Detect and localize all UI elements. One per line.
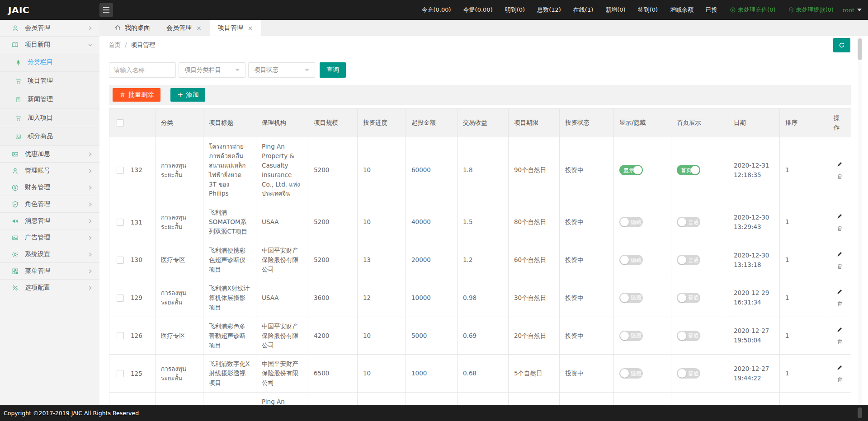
edit-icon[interactable] — [834, 326, 845, 333]
sidebar-item-加入项目[interactable]: 加入项目 — [0, 109, 99, 127]
sidebar-item-label: 系统设置 — [25, 250, 50, 258]
sidebar-item-消息管理[interactable]: 消息管理 — [0, 213, 99, 229]
plus-icon: + — [177, 91, 183, 98]
cell-progress: 10 — [358, 137, 406, 203]
batch-delete-button[interactable]: 批量删除 — [113, 88, 160, 102]
sidebar-item-选项配置[interactable]: 选项配置 — [0, 280, 99, 296]
cell-category: การลงทุนระยะสั้น — [156, 203, 203, 241]
refresh-button[interactable] — [833, 38, 850, 52]
show-hide-toggle[interactable]: 隐藏 — [619, 368, 643, 379]
sidebar: 会员管理 项目新闻 分类栏目 项目管理 新闻管理 加入项目 积分商品 优惠加息 — [0, 20, 99, 405]
row-checkbox[interactable] — [117, 167, 124, 174]
row-checkbox[interactable] — [117, 257, 124, 264]
cell-sort: 1 — [780, 279, 828, 317]
cell-profit: 0.98 — [458, 279, 509, 317]
cell-category: การลงทุนระยะสั้น — [156, 279, 203, 317]
sidebar-item-会员管理[interactable]: 会员管理 — [0, 20, 99, 37]
homepage-toggle[interactable]: 普通 — [677, 368, 700, 379]
cell-min-invest: 20000 — [406, 241, 458, 279]
column-header: 投资进度 — [358, 109, 406, 137]
show-hide-toggle[interactable]: 显示 — [619, 165, 643, 175]
select-all-checkbox[interactable] — [117, 119, 124, 126]
status-select[interactable]: 项目状态 — [248, 62, 315, 78]
show-hide-toggle[interactable]: 隐藏 — [619, 293, 643, 303]
cell-duration: 20个自然日 — [509, 317, 560, 355]
breadcrumb: 首页/项目管理 — [108, 41, 156, 49]
breadcrumb-current: 项目管理 — [131, 41, 156, 48]
homepage-toggle[interactable]: 普通 — [677, 331, 700, 341]
user-menu[interactable]: root — [843, 7, 868, 14]
column-header: 项目规模 — [308, 109, 358, 137]
tab-项目管理[interactable]: 项目管理 × — [210, 20, 261, 36]
delete-icon[interactable] — [834, 225, 845, 232]
table-row: 130 医疗专区 飞利浦便携彩色超声诊断仪项目 中国平安财产保险股份有限公司 5… — [109, 241, 851, 279]
cell-profit: 0.69 — [458, 317, 509, 355]
breadcrumb-home[interactable]: 首页 — [108, 41, 121, 48]
homepage-toggle[interactable]: 普通 — [677, 255, 700, 265]
category-select[interactable]: 项目分类栏目 — [179, 62, 245, 78]
search-button[interactable]: 查询 — [320, 62, 346, 78]
delete-icon[interactable] — [834, 173, 845, 180]
cell-category: 医疗专区 — [156, 241, 203, 279]
name-search-input[interactable] — [109, 62, 176, 78]
row-checkbox[interactable] — [117, 332, 124, 339]
sidebar-item-label: 分类栏目 — [28, 58, 53, 66]
row-checkbox[interactable] — [117, 295, 124, 302]
row-checkbox[interactable] — [117, 370, 124, 377]
refresh-icon — [838, 42, 845, 49]
show-hide-toggle[interactable]: 隐藏 — [619, 255, 643, 265]
cart-icon — [15, 115, 22, 122]
sidebar-item-优惠加息[interactable]: 优惠加息 — [0, 146, 99, 163]
cell-date: 2020-12-30 13:29:43 — [728, 203, 780, 241]
tab-我的桌面[interactable]: 我的桌面 × — [106, 20, 158, 36]
edit-icon[interactable] — [834, 364, 845, 371]
homepage-toggle[interactable]: 首页 — [677, 165, 700, 175]
edit-icon[interactable] — [834, 161, 845, 168]
sidebar-item-广告管理[interactable]: 广告管理 — [0, 229, 99, 246]
sidebar-item-label: 积分商品 — [28, 132, 53, 140]
cell-agency: Ping An Property & Casualty Insurance Co… — [256, 393, 308, 405]
table-row: 126 医疗专区 飞利浦彩色多普勒超声诊断项目 中国平安财产保险股份有限公司 4… — [109, 317, 851, 355]
sidebar-toggle-button[interactable] — [99, 3, 113, 17]
cell-sort: 1 — [780, 241, 828, 279]
cell-scale: 6500 — [308, 355, 358, 393]
edit-icon[interactable] — [834, 213, 845, 220]
sidebar-item-系统设置[interactable]: 系统设置 — [0, 246, 99, 263]
close-icon[interactable]: × — [248, 24, 253, 32]
tab-会员管理[interactable]: 会员管理 × — [158, 20, 210, 36]
cell-min-invest: 60000 — [406, 137, 458, 203]
sidebar-item-项目管理[interactable]: 项目管理 — [0, 72, 99, 90]
homepage-toggle[interactable]: 普通 — [677, 293, 700, 303]
delete-icon[interactable] — [834, 376, 845, 383]
sidebar-item-角色管理[interactable]: 角色管理 — [0, 196, 99, 213]
add-button[interactable]: + 添加 — [170, 88, 205, 102]
yen-icon — [730, 7, 736, 13]
cell-duration: 5个自然日 — [509, 355, 560, 393]
delete-icon[interactable] — [834, 300, 845, 307]
sidebar-item-新闻管理[interactable]: 新闻管理 — [0, 90, 99, 109]
cell-agency: 中国平安财产保险股份有限公司 — [256, 355, 308, 393]
homepage-toggle[interactable]: 普通 — [677, 217, 700, 227]
row-checkbox[interactable] — [117, 219, 124, 226]
show-hide-toggle[interactable]: 隐藏 — [619, 217, 643, 227]
delete-icon[interactable] — [834, 263, 845, 270]
scrollbar-thumb[interactable] — [858, 38, 862, 60]
sidebar-item-项目新闻[interactable]: 项目新闻 — [0, 37, 99, 53]
edit-icon[interactable] — [834, 288, 845, 295]
cell-date: 2020-12-29 16:31:34 — [728, 279, 780, 317]
sidebar-item-积分商品[interactable]: 积分商品 — [0, 127, 99, 146]
delete-icon[interactable] — [834, 338, 845, 345]
sidebar-item-分类栏目[interactable]: 分类栏目 — [0, 53, 99, 72]
cell-title: 飞利浦SOMATOM系列双源CT项目 — [203, 203, 256, 241]
sidebar-item-财务管理[interactable]: 财务管理 — [0, 179, 99, 196]
sidebar-item-管理帐号[interactable]: 管理帐号 — [0, 163, 99, 179]
vertical-scrollbar[interactable] — [858, 37, 862, 405]
show-hide-toggle[interactable]: 隐藏 — [619, 331, 643, 341]
sidebar-item-菜单管理[interactable]: 菜单管理 — [0, 263, 99, 280]
close-icon[interactable]: × — [196, 24, 202, 32]
edit-icon[interactable] — [834, 251, 845, 257]
cell-sort: 1 — [780, 355, 828, 393]
cell-title: 飞利浦便携彩色超声诊断仪项目 — [203, 241, 256, 279]
scrollbar-thumb-bottom[interactable] — [858, 407, 862, 418]
row-id: 131 — [131, 219, 142, 226]
